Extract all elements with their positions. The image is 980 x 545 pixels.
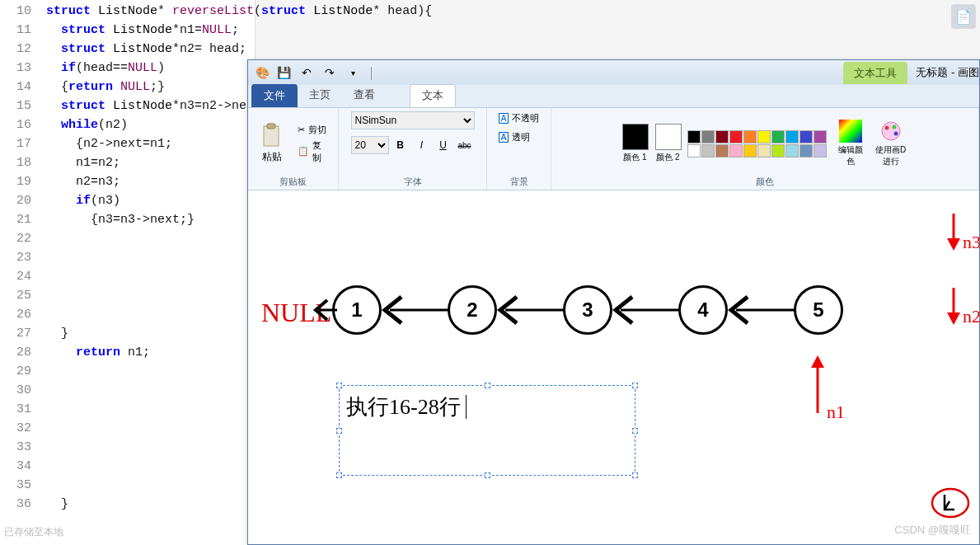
color-swatch[interactable] — [729, 130, 743, 143]
color-swatch[interactable] — [799, 130, 813, 143]
group-clipboard: 粘贴 ✂剪切 📋复制 剪贴板 — [248, 108, 339, 190]
text-box-content: 执行16-28行 — [346, 395, 461, 419]
paint-window: 🎨 💾 ↶ ↷ ▾ │ 文本工具 无标题 - 画图 文件 主页 查看 文本 粘贴 — [247, 59, 980, 545]
color-swatch[interactable] — [715, 130, 729, 143]
context-tab-text-tools[interactable]: 文本工具 — [843, 62, 907, 84]
color-swatch[interactable] — [814, 144, 827, 157]
cut-button[interactable]: ✂剪切 — [294, 123, 331, 137]
strike-button[interactable]: abc — [457, 137, 473, 153]
arrow-2-1 — [380, 290, 450, 330]
window-title: 无标题 - 画图 — [916, 65, 979, 80]
color-swatch[interactable] — [701, 130, 715, 143]
color-swatch[interactable] — [757, 144, 771, 157]
group-colors: 颜色 1 颜色 2 编辑颜色 使用画D 进行 颜色 — [551, 108, 979, 190]
font-group-label: 字体 — [404, 176, 422, 188]
color-swatch[interactable] — [743, 144, 757, 157]
group-font: NSimSun 20 B I U abc 字体 — [339, 108, 487, 190]
paste-button[interactable]: 粘贴 — [255, 123, 289, 164]
node-4: 4 — [678, 285, 728, 335]
redo-icon[interactable]: ↷ — [322, 65, 337, 80]
color-swatch[interactable] — [771, 144, 785, 157]
separator: │ — [368, 67, 375, 79]
color-swatch[interactable] — [715, 144, 729, 157]
background-group-label: 背景 — [510, 176, 528, 188]
node-1: 1 — [332, 285, 382, 335]
color-swatch[interactable] — [687, 144, 701, 157]
svg-point-18 — [932, 489, 968, 517]
edit-colors-button[interactable]: 编辑颜色 — [837, 120, 865, 167]
svg-point-5 — [892, 125, 896, 129]
color-swatch[interactable] — [757, 130, 771, 143]
color-swatch[interactable] — [799, 144, 813, 157]
svg-rect-0 — [264, 126, 279, 146]
svg-marker-13 — [947, 238, 960, 251]
font-family-select[interactable]: NSimSun — [351, 111, 475, 129]
app-icon: 🎨 — [255, 65, 270, 80]
doodle — [930, 486, 971, 519]
tab-file[interactable]: 文件 — [251, 84, 298, 107]
color-palette[interactable] — [687, 130, 827, 157]
font-size-select[interactable]: 20 — [351, 136, 389, 154]
color-swatch[interactable] — [687, 130, 701, 143]
color1-button[interactable]: 颜色 1 — [621, 124, 649, 163]
bold-button[interactable]: B — [392, 137, 409, 153]
svg-rect-1 — [267, 124, 275, 129]
color2-button[interactable]: 颜色 2 — [654, 124, 682, 163]
line-gutter: 1011121314151617181920212223242526272829… — [0, 0, 40, 545]
transparent-option[interactable]: A透明 — [499, 130, 531, 144]
code-editor-pane: 1011121314151617181920212223242526272829… — [0, 0, 256, 545]
paint-canvas[interactable]: NULL 1 2 3 4 5 n3 n2 n1 执行16-28行 — [248, 190, 979, 544]
node-3: 3 — [563, 285, 612, 335]
opaque-option[interactable]: A不透明 — [499, 111, 540, 125]
colors-group-label: 颜色 — [756, 176, 774, 188]
qat-menu-icon[interactable]: ▾ — [345, 65, 360, 80]
ribbon-tabs: 文件 主页 查看 文本 — [248, 85, 979, 108]
underline-button[interactable]: U — [435, 137, 452, 153]
quick-access-toolbar: 💾 ↶ ↷ ▾ — [273, 65, 363, 80]
color-swatch[interactable] — [729, 144, 743, 157]
scissors-icon: ✂ — [298, 125, 305, 135]
svg-point-4 — [884, 126, 889, 130]
pointer-n1: n1 — [809, 355, 827, 418]
arrow-5-4 — [726, 290, 796, 330]
undo-icon[interactable]: ↶ — [299, 65, 314, 80]
arrow-3-2 — [495, 290, 565, 330]
tab-text[interactable]: 文本 — [410, 84, 456, 107]
color-swatch[interactable] — [771, 130, 785, 143]
clipboard-group-label: 剪贴板 — [279, 176, 307, 188]
title-bar: 🎨 💾 ↶ ↷ ▾ │ 文本工具 无标题 - 画图 — [248, 60, 979, 85]
svg-point-6 — [893, 132, 898, 136]
pointer-n3: n3 — [945, 214, 963, 256]
use-paint-button[interactable]: 使用画D 进行 — [873, 120, 909, 167]
color-swatch[interactable] — [785, 130, 799, 143]
save-icon[interactable]: 💾 — [276, 65, 291, 80]
svg-marker-15 — [947, 312, 960, 325]
italic-button[interactable]: I — [414, 137, 430, 153]
color-swatch[interactable] — [743, 130, 757, 143]
color-swatch[interactable] — [814, 130, 827, 143]
svg-point-3 — [882, 122, 900, 140]
text-box[interactable]: 执行16-28行 — [339, 385, 635, 476]
document-icon[interactable]: 📄 — [951, 4, 976, 29]
arrow-1-null — [312, 290, 337, 330]
svg-rect-2 — [839, 120, 862, 143]
tab-home[interactable]: 主页 — [298, 84, 342, 107]
copy-icon: 📋 — [298, 146, 309, 157]
color-swatch[interactable] — [701, 144, 715, 157]
node-5: 5 — [794, 285, 843, 335]
tab-view[interactable]: 查看 — [342, 84, 387, 107]
editor-status: 已存储至本地 — [4, 524, 63, 543]
watermark: CSDN @嘎嘎旺 — [894, 523, 971, 538]
arrow-4-3 — [611, 290, 681, 330]
group-background: A不透明 A透明 背景 — [487, 108, 551, 190]
node-2: 2 — [448, 285, 497, 335]
paste-label: 粘贴 — [262, 150, 282, 164]
color-swatch[interactable] — [785, 144, 799, 157]
ribbon: 粘贴 ✂剪切 📋复制 剪贴板 NSimSun 20 B I — [248, 108, 979, 190]
pointer-n2: n2 — [945, 288, 963, 330]
copy-button[interactable]: 📋复制 — [294, 139, 331, 165]
